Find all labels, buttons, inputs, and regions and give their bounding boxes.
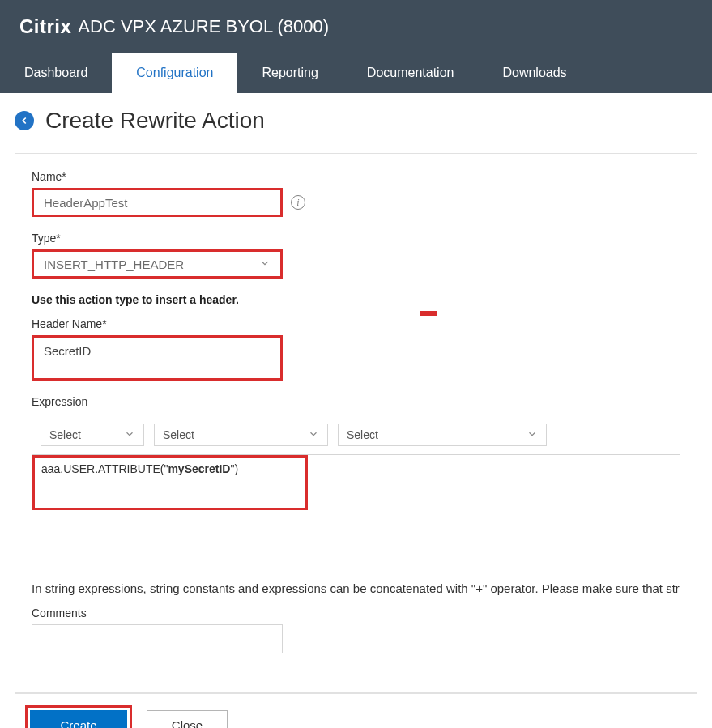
type-help-text: Use this action type to insert a header. xyxy=(32,293,680,306)
arrow-left-icon xyxy=(19,115,30,126)
back-button[interactable] xyxy=(15,111,34,130)
expression-text-highlight[interactable]: aaa.USER.ATTRIBUTE("mySecretID") xyxy=(32,455,308,510)
app-header: Citrix ADC VPX AZURE BYOL (8000) xyxy=(0,0,712,53)
expr-bold: mySecretID xyxy=(168,462,230,475)
header-name-label: Header Name* xyxy=(32,317,680,330)
string-help-text: In string expressions, string constants … xyxy=(32,581,680,595)
select1-label: Select xyxy=(49,428,81,441)
create-button-highlight: Create xyxy=(25,705,132,728)
name-row: Name* i xyxy=(32,170,680,217)
comments-row: Comments xyxy=(32,607,680,653)
chevron-down-icon xyxy=(259,258,271,271)
button-row: Create Close xyxy=(15,693,697,728)
header-name-input-highlight: SecretID xyxy=(32,335,283,381)
info-icon[interactable]: i xyxy=(291,195,305,210)
expression-section: Expression Select Select Select aaa.USER… xyxy=(32,395,680,560)
nav-dashboard[interactable]: Dashboard xyxy=(0,53,112,93)
nav-reporting[interactable]: Reporting xyxy=(237,53,342,93)
content-area: Create Rewrite Action Name* i Type* INSE… xyxy=(0,93,712,728)
name-input[interactable] xyxy=(34,190,280,215)
main-navbar: Dashboard Configuration Reporting Docume… xyxy=(0,53,712,93)
product-name: ADC VPX AZURE BYOL (8000) xyxy=(78,16,329,37)
type-row: Type* INSERT_HTTP_HEADER xyxy=(32,232,680,279)
expression-label: Expression xyxy=(32,395,680,408)
type-value: INSERT_HTTP_HEADER xyxy=(44,258,184,271)
chevron-down-icon xyxy=(124,428,135,442)
expression-body: aaa.USER.ATTRIBUTE("mySecretID") xyxy=(32,455,680,560)
expression-select-1[interactable]: Select xyxy=(41,424,144,446)
page-title: Create Rewrite Action xyxy=(45,108,265,134)
nav-configuration[interactable]: Configuration xyxy=(112,53,237,93)
comments-input[interactable] xyxy=(32,624,283,653)
type-select-highlight: INSERT_HTTP_HEADER xyxy=(32,249,283,279)
close-button[interactable]: Close xyxy=(147,710,228,728)
create-button[interactable]: Create xyxy=(30,710,127,728)
type-select[interactable]: INSERT_HTTP_HEADER xyxy=(34,252,280,276)
chevron-down-icon xyxy=(527,428,538,442)
expression-select-3[interactable]: Select xyxy=(338,424,547,446)
chevron-down-icon xyxy=(308,428,319,442)
form-area: Name* i Type* INSERT_HTTP_HEADER Use thi… xyxy=(15,153,697,693)
nav-downloads[interactable]: Downloads xyxy=(478,53,590,93)
nav-documentation[interactable]: Documentation xyxy=(343,53,479,93)
title-row: Create Rewrite Action xyxy=(15,108,697,134)
brand-name: Citrix xyxy=(19,15,71,38)
select3-label: Select xyxy=(347,428,378,441)
expression-select-2[interactable]: Select xyxy=(154,424,328,446)
expr-prefix: aaa.USER.ATTRIBUTE(" xyxy=(41,462,168,475)
header-name-row: Header Name* SecretID xyxy=(32,317,680,381)
type-label: Type* xyxy=(32,232,680,245)
name-label: Name* xyxy=(32,170,680,183)
expression-select-row: Select Select Select xyxy=(32,415,680,455)
red-marker xyxy=(420,311,437,316)
name-input-highlight xyxy=(32,188,283,217)
comments-label: Comments xyxy=(32,607,680,619)
expr-suffix: ") xyxy=(230,462,238,475)
header-name-value: SecretID xyxy=(44,344,91,358)
select2-label: Select xyxy=(163,428,194,441)
